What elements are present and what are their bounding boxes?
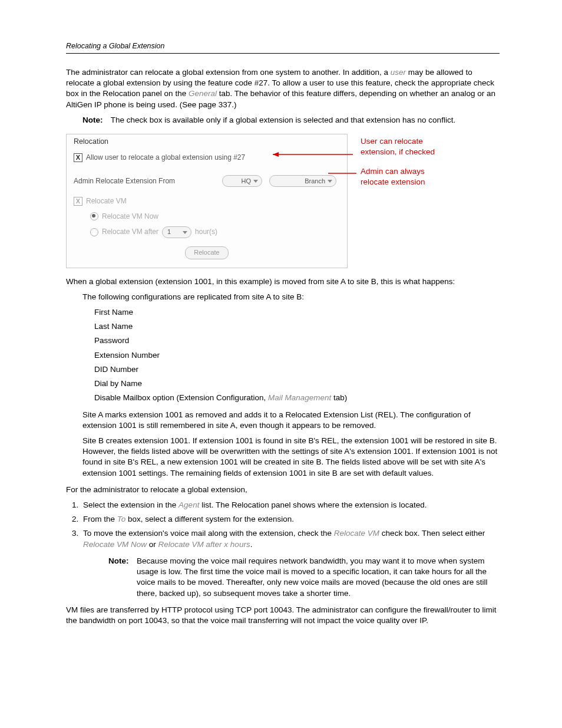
arrow-to-checkbox [273,151,355,158]
text: Relocate VM [334,529,379,538]
relocate-vm-label: Relocate VM [86,196,127,206]
replicated-fields-list: First Name Last Name Password Extension … [94,307,500,404]
svg-marker-1 [273,152,279,157]
admin-from-label: Admin Relocate Extension From [74,176,175,186]
text: box, select a different system for the e… [125,515,294,523]
list-item: First Name [94,307,500,318]
text: General [189,89,217,98]
panel-title: Relocation [74,137,340,147]
list-item: Last Name [94,321,500,332]
hours-label: hour(s) [195,227,217,236]
allow-relocate-label: Allow user to relocate a global extensio… [86,153,245,162]
text: Agent [178,500,199,509]
text: Relocate VM Now [83,540,147,549]
text: tab) [331,393,347,402]
paragraph: VM files are transferred by HTTP protoco… [66,605,500,626]
from-value: HQ [242,177,252,186]
relocate-vm-checkbox[interactable]: X [74,197,82,206]
vm-after-row: Relocate VM after 1 hour(s) [90,226,340,238]
step3-note: Note: Because moving the voice mail requ… [108,556,500,599]
intro-paragraph: The administrator can relocate a global … [66,67,500,110]
relocation-figure: Relocation X Allow user to relocate a gl… [66,134,500,268]
text: Mail Management [268,393,331,402]
arrow-to-select [328,170,358,177]
text: To move the extension's voice mail along… [83,529,334,538]
step-item: To move the extension's voice mail along… [81,528,500,549]
hours-value: 1 [167,228,171,236]
list-item: DID Number [94,364,500,375]
list-item: Extension Number [94,350,500,361]
steps-list: Select the extension in the Agent list. … [66,500,500,550]
vm-after-label: Relocate VM after [102,227,158,236]
vm-now-row: Relocate VM Now [90,212,340,221]
vm-after-hours-select[interactable]: 1 [162,226,191,238]
text: or [147,540,158,549]
paragraph: Site A marks extension 1001 as removed a… [82,410,500,431]
note-text: The check box is available only if a glo… [111,116,455,124]
paragraph: For the administrator to relocate a glob… [66,485,500,495]
allow-relocate-checkbox[interactable]: X [74,153,82,162]
note-label: Note: [108,556,129,566]
relocate-btn-row: Relocate [74,246,340,259]
note-text: Because moving the voice mail requires n… [137,556,500,599]
text: list. The Relocation panel shows where t… [199,500,427,509]
text: check box. Then select either [379,529,485,538]
to-value: Branch [305,177,325,186]
annotation-admin-relocate: Admin can always relocate extension [361,166,449,187]
note-label: Note: [82,116,103,124]
step-item: From the To box, select a different syst… [81,514,500,525]
annotation-user-relocate: User can relocate extension, if checked [361,136,449,157]
admin-relocate-row: Admin Relocate Extension From HQ Branch [74,175,340,187]
paragraph: Site B creates extension 1001. If extens… [82,436,500,479]
paragraph: The following configurations are replica… [82,292,500,302]
text: To [117,515,126,523]
text: Disable Mailbox option (Extension Config… [94,393,268,402]
relocate-vm-row: X Relocate VM [74,196,340,206]
header-rule [66,53,500,54]
relocation-panel: Relocation X Allow user to relocate a gl… [66,134,348,268]
list-item: Disable Mailbox option (Extension Config… [94,393,500,403]
header-section: Relocating a Global Extension [66,41,164,51]
paragraph: When a global extension (extension 1001,… [66,276,500,287]
text: From the [83,515,117,523]
text: Relocate VM after x hours [158,540,250,549]
list-item: Password [94,335,500,346]
vm-after-radio[interactable] [90,228,98,236]
step-item: Select the extension in the Agent list. … [81,500,500,510]
text: Select the extension in the [83,500,178,509]
list-item: Dial by Name [94,378,500,389]
vm-now-radio[interactable] [90,212,98,220]
text: The administrator can relocate a global … [66,68,391,77]
to-select[interactable]: Branch [269,175,336,187]
vm-now-label: Relocate VM Now [102,212,158,221]
text: user [391,68,406,77]
note-paragraph: Note: The check box is available only if… [82,115,500,126]
from-select[interactable]: HQ [222,175,262,187]
relocate-button[interactable]: Relocate [185,246,228,259]
text: . [250,540,253,549]
